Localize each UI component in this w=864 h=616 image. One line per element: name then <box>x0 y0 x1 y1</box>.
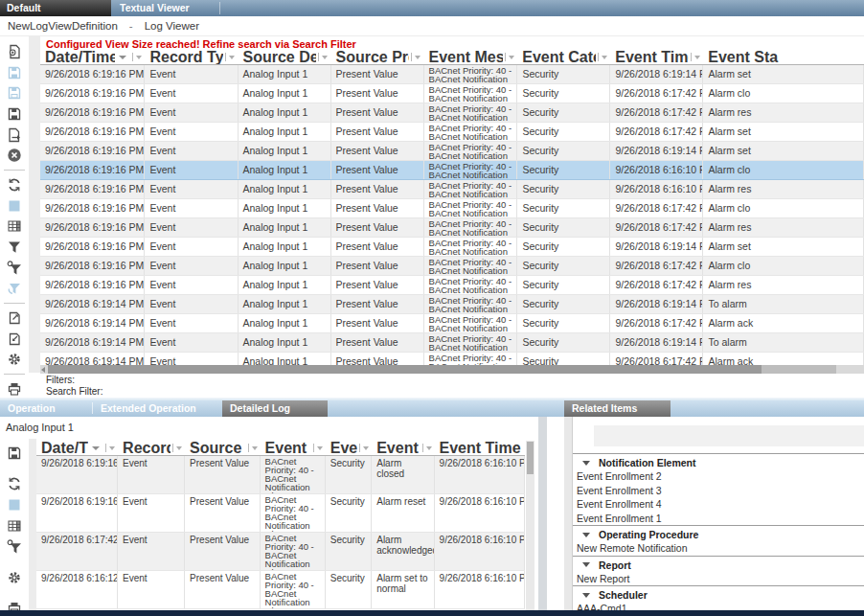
breadcrumb-page-name[interactable]: Log Viewer <box>145 20 199 32</box>
filter-dropdown-icon[interactable] <box>691 53 700 61</box>
filter-dropdown-icon[interactable] <box>132 53 142 61</box>
refresh-button[interactable] <box>5 476 24 491</box>
filter-dropdown-icon[interactable] <box>318 53 328 61</box>
table-row[interactable]: 9/26/2018 6:19:16 PM Event Analog Input … <box>40 238 864 257</box>
scrollbar-left-arrow-icon[interactable] <box>41 367 45 373</box>
related-item[interactable]: Event Enrollment 2 <box>573 469 864 484</box>
save-button[interactable] <box>5 64 24 81</box>
scrollbar-thumb[interactable] <box>48 365 762 374</box>
column-header-source-description[interactable]: Source Description <box>238 50 330 64</box>
settings-button[interactable] <box>5 570 24 585</box>
horizontal-scrollbar[interactable] <box>40 365 864 374</box>
refresh-button[interactable] <box>5 176 24 194</box>
grid-view-button[interactable] <box>5 217 24 235</box>
column-header-source-property[interactable]: Source Propert <box>185 441 261 455</box>
table-row[interactable]: 9/26/2018 6:16:12 PM Event Present Value… <box>36 571 525 609</box>
table-row[interactable]: 9/26/2018 6:19:16 PM Event Analog Input … <box>40 103 864 123</box>
table-row[interactable]: 9/26/2018 6:19:16 PM Event Analog Input … <box>40 218 864 238</box>
column-header-datetime[interactable]: Date/Time <box>40 50 145 64</box>
filter-dropdown-icon[interactable] <box>313 444 323 452</box>
column-header-record-type[interactable]: Record Type <box>118 441 185 455</box>
tab-detailed-log[interactable]: Detailed Log <box>222 400 328 417</box>
filter-dropdown-icon[interactable] <box>172 444 182 452</box>
section-header-scheduler[interactable]: Scheduler <box>573 585 864 602</box>
filter-dropdown-icon[interactable] <box>225 53 235 61</box>
column-header-event-message[interactable]: Event Message Text <box>423 50 517 64</box>
column-header-source-property[interactable]: Source Property <box>330 50 423 64</box>
filter-dropdown-icon[interactable] <box>248 444 258 452</box>
scrollbar-thumb[interactable] <box>527 442 534 474</box>
column-header-event-category[interactable]: Event Category <box>517 50 610 64</box>
table-row[interactable]: 9/26/2018 6:19:16 PM Event Analog Input … <box>40 123 864 142</box>
filter-settings-button[interactable] <box>5 260 24 277</box>
table-row[interactable]: 9/26/2018 6:19:16 PM Event Analog Input … <box>40 65 864 84</box>
column-header-event-time[interactable]: Event Time <box>610 50 703 64</box>
tab-default[interactable]: Default <box>0 0 111 16</box>
related-item[interactable]: Event Enrollment 4 <box>573 497 864 512</box>
related-item[interactable]: New Remote Notification <box>573 541 864 556</box>
table-row[interactable]: 9/26/2018 6:19:14 PM Event Analog Input … <box>40 333 864 353</box>
export-log-button[interactable] <box>5 126 24 144</box>
pane-splitter[interactable] <box>564 417 572 610</box>
pane-splitter[interactable] <box>538 417 547 610</box>
save-all-button[interactable] <box>5 105 24 123</box>
breadcrumb-view-name[interactable]: NewLogViewDefinition <box>8 20 118 32</box>
tab-textual-viewer[interactable]: Textual Viewer <box>111 0 218 16</box>
table-row[interactable]: 9/26/2018 6:19:16 PM Event Present Value… <box>36 494 525 533</box>
tab-operation[interactable]: Operation <box>0 400 91 417</box>
related-item[interactable]: AAA-Cmd1 <box>573 602 864 610</box>
section-header-operating-procedure[interactable]: Operating Procedure <box>573 525 864 541</box>
filter-settings-button[interactable] <box>5 539 24 555</box>
cell-event-message: BACnet Priority: 40 - BACnet Notificatio… <box>424 257 518 275</box>
table-row[interactable]: 9/26/2018 6:19:16 PM Event Analog Input … <box>40 180 864 199</box>
filter-dropdown-icon[interactable] <box>359 444 369 452</box>
stop-button[interactable] <box>5 197 24 215</box>
export-button[interactable] <box>5 309 24 327</box>
filter-dropdown-icon[interactable] <box>422 444 432 452</box>
filter-clear-button[interactable] <box>5 281 24 298</box>
table-row[interactable]: 9/26/2018 6:19:16 PM Event Analog Input … <box>40 84 864 103</box>
column-header-event-state[interactable]: Event State <box>372 441 434 455</box>
table-row[interactable]: 9/26/2018 6:19:14 PM Event Analog Input … <box>40 353 864 365</box>
related-item[interactable]: New Report <box>573 572 864 586</box>
save-button[interactable] <box>5 445 24 461</box>
column-header-event-category[interactable]: Event C <box>326 441 372 455</box>
related-item[interactable]: Event Enrollment 1 <box>573 512 864 526</box>
filter-dropdown-icon[interactable] <box>105 444 115 452</box>
table-row[interactable]: 9/26/2018 6:19:16 PM Event Analog Input … <box>40 276 864 295</box>
related-item[interactable]: Event Enrollment 3 <box>573 484 864 498</box>
cell-datetime: 9/26/2018 6:19:16 PM <box>40 257 145 275</box>
column-header-record-type[interactable]: Record Type <box>145 50 238 64</box>
filter-dropdown-icon[interactable] <box>598 53 607 61</box>
delete-button[interactable] <box>5 147 24 164</box>
settings-button[interactable] <box>5 352 24 369</box>
filter-button[interactable] <box>5 239 24 256</box>
column-header-event-time[interactable]: Event Time <box>435 441 525 455</box>
filter-dropdown-icon[interactable] <box>505 53 514 61</box>
grid-view-button[interactable] <box>5 518 24 534</box>
vertical-scrollbar[interactable] <box>526 441 534 610</box>
import-button[interactable] <box>5 331 24 348</box>
table-row[interactable]: 9/26/2018 6:17:42 PM Event Present Value… <box>36 533 525 571</box>
save-as-button[interactable] <box>5 84 24 102</box>
section-header-notification-element[interactable]: Notification Element <box>573 453 864 469</box>
table-row[interactable]: 9/26/2018 6:19:14 PM Event Analog Input … <box>40 295 864 314</box>
table-row[interactable]: 9/26/2018 6:19:16 PM Event Analog Input … <box>40 257 864 276</box>
section-header-report[interactable]: Report <box>573 556 864 572</box>
stop-button[interactable] <box>5 497 24 513</box>
table-row[interactable]: 9/26/2018 6:19:16 PM Event Present Value… <box>36 456 525 494</box>
tab-extended-operation[interactable]: Extended Operation <box>93 400 220 417</box>
column-header-event-state[interactable]: Event Sta <box>703 50 864 64</box>
new-log-view-button[interactable] <box>5 43 24 60</box>
table-row[interactable]: 9/26/2018 6:19:14 PM Event Analog Input … <box>40 314 864 333</box>
section-title: Report <box>599 559 631 571</box>
column-header-event-message[interactable]: Event Messa <box>261 441 326 455</box>
filter-dropdown-icon[interactable] <box>411 53 421 61</box>
scrollbar-track[interactable] <box>762 365 836 374</box>
column-header-datetime[interactable]: Date/Time <box>36 441 118 455</box>
table-row[interactable]: 9/26/2018 6:19:16 PM Event Analog Input … <box>40 161 864 180</box>
tab-related-items[interactable]: Related Items <box>564 400 671 417</box>
print-button[interactable] <box>5 380 24 398</box>
table-row[interactable]: 9/26/2018 6:19:16 PM Event Analog Input … <box>40 142 864 161</box>
table-row[interactable]: 9/26/2018 6:19:16 PM Event Analog Input … <box>40 199 864 218</box>
